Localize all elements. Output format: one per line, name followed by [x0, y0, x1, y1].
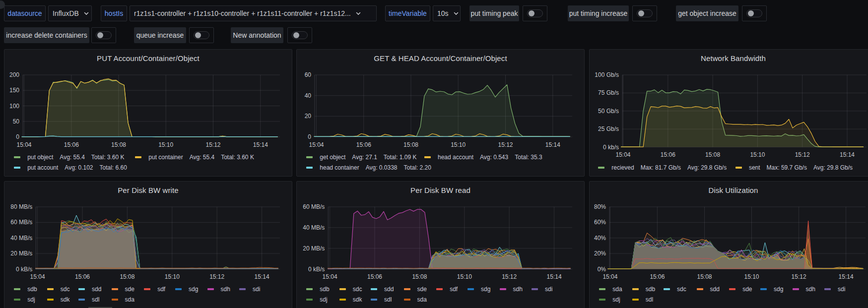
svg-text:60 MB/s: 60 MB/s — [10, 219, 32, 226]
svg-text:100: 100 — [9, 103, 19, 110]
svg-text:40: 40 — [305, 92, 312, 99]
svg-text:15:08: 15:08 — [403, 141, 418, 148]
svg-text:40 MB/s: 40 MB/s — [10, 235, 32, 242]
svg-text:20 MB/s: 20 MB/s — [10, 250, 32, 257]
svg-text:15:08: 15:08 — [697, 273, 712, 280]
svg-text:40%: 40% — [594, 235, 606, 242]
svg-text:15:04: 15:04 — [602, 273, 617, 280]
svg-text:15:08: 15:08 — [412, 273, 427, 280]
svg-text:15:12: 15:12 — [205, 141, 220, 148]
svg-text:80%: 80% — [594, 203, 606, 210]
svg-text:15:14: 15:14 — [840, 151, 855, 158]
svg-text:15:10: 15:10 — [451, 141, 466, 148]
svg-text:20%: 20% — [594, 250, 606, 257]
svg-text:0%: 0% — [598, 266, 606, 273]
svg-text:75 Gb/s: 75 Gb/s — [598, 89, 619, 96]
svg-text:15:04: 15:04 — [30, 273, 45, 280]
svg-text:15:08: 15:08 — [111, 141, 126, 148]
svg-text:15:06: 15:06 — [75, 273, 90, 280]
svg-text:15:14: 15:14 — [545, 141, 560, 148]
svg-text:20 MB/s: 20 MB/s — [303, 245, 325, 252]
svg-text:15:12: 15:12 — [795, 151, 810, 158]
svg-text:150: 150 — [9, 87, 19, 94]
svg-text:0: 0 — [308, 133, 311, 140]
svg-text:15:06: 15:06 — [367, 273, 382, 280]
svg-text:15:12: 15:12 — [498, 141, 513, 148]
svg-text:60 MB/s: 60 MB/s — [303, 203, 325, 210]
svg-text:15:06: 15:06 — [356, 141, 371, 148]
svg-text:15:14: 15:14 — [839, 273, 854, 280]
svg-text:15:12: 15:12 — [792, 273, 806, 280]
svg-text:40 MB/s: 40 MB/s — [303, 224, 325, 231]
svg-text:15:08: 15:08 — [120, 273, 134, 280]
svg-text:0 kB/s: 0 kB/s — [308, 266, 325, 273]
svg-text:0 kB/s: 0 kB/s — [16, 266, 32, 273]
svg-text:15:04: 15:04 — [615, 151, 630, 158]
svg-text:15:06: 15:06 — [661, 151, 675, 158]
svg-text:0 kb/s: 0 kb/s — [603, 144, 619, 151]
svg-text:15:04: 15:04 — [323, 273, 337, 280]
svg-text:15:06: 15:06 — [64, 141, 79, 148]
svg-text:200: 200 — [9, 71, 19, 78]
svg-text:15:08: 15:08 — [705, 151, 720, 158]
svg-text:15:14: 15:14 — [253, 141, 268, 148]
svg-text:25 Gb/s: 25 Gb/s — [598, 125, 619, 132]
svg-text:15:10: 15:10 — [165, 273, 180, 280]
svg-text:15:14: 15:14 — [255, 273, 269, 280]
svg-text:15:10: 15:10 — [158, 141, 173, 148]
svg-text:50: 50 — [13, 118, 20, 125]
svg-text:15:04: 15:04 — [16, 141, 31, 148]
svg-text:15:12: 15:12 — [502, 273, 517, 280]
svg-text:100 Gb/s: 100 Gb/s — [595, 71, 619, 78]
svg-text:15:14: 15:14 — [547, 273, 562, 280]
svg-text:60: 60 — [305, 71, 312, 78]
svg-text:15:06: 15:06 — [650, 273, 665, 280]
svg-text:50 Gb/s: 50 Gb/s — [598, 108, 619, 115]
svg-text:80 MB/s: 80 MB/s — [10, 203, 32, 210]
svg-text:15:12: 15:12 — [209, 273, 224, 280]
svg-text:15:04: 15:04 — [309, 141, 324, 148]
svg-text:60%: 60% — [594, 219, 606, 226]
svg-text:20: 20 — [305, 113, 312, 120]
svg-text:15:10: 15:10 — [750, 151, 765, 158]
svg-text:15:10: 15:10 — [457, 273, 472, 280]
svg-text:0: 0 — [16, 133, 19, 140]
svg-text:15:10: 15:10 — [744, 273, 759, 280]
